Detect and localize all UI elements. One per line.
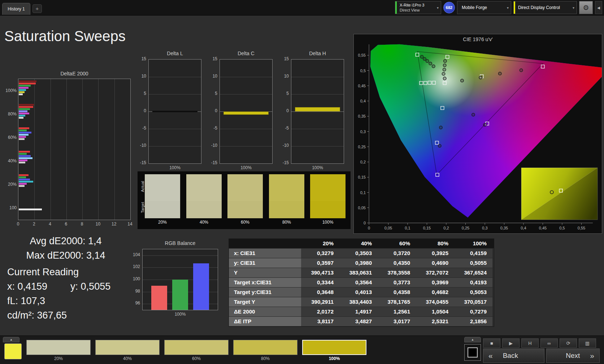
cie-measured-point bbox=[443, 77, 446, 80]
cie-measured-point bbox=[420, 55, 423, 58]
table-cell: 378,1765 bbox=[378, 297, 416, 307]
pattern-swatch-button[interactable]: 20% bbox=[26, 340, 91, 362]
pattern-swatch-button[interactable]: 100% bbox=[302, 340, 366, 362]
axis-tick-label: 98 bbox=[127, 289, 140, 294]
table-row-label: ΔE 2000 bbox=[229, 307, 301, 316]
table-cell: 0,3969 bbox=[416, 278, 454, 287]
gridline-horizontal bbox=[149, 129, 201, 129]
table-row-label: Y bbox=[229, 268, 301, 277]
axis-tick-label: 15 bbox=[204, 56, 217, 61]
axis-tick-label: -15 bbox=[204, 160, 217, 165]
gridline-horizontal bbox=[220, 94, 272, 95]
table-cell: 2,1856 bbox=[454, 317, 492, 326]
delta-h-x-label: 100% bbox=[291, 165, 344, 170]
red-bar bbox=[151, 286, 167, 310]
gridline-horizontal bbox=[149, 77, 201, 77]
hold-icon[interactable]: H bbox=[521, 338, 539, 348]
pattern-swatch-button[interactable]: 80% bbox=[233, 340, 297, 362]
bottom-bar: ▲ ▲ « Back Next » 20%40%60%80%100%■▶H∞⟳▥ bbox=[0, 336, 604, 364]
axis-tick-label: -10 bbox=[276, 143, 289, 148]
meter-dropdown[interactable]: X-Rite i1Pro 3 Direct View ▾ bbox=[395, 1, 441, 14]
swatch-color bbox=[95, 340, 160, 355]
continuous-measure-icon[interactable]: ∞ bbox=[540, 338, 558, 348]
table-cell: 0,7279 bbox=[454, 307, 492, 316]
pattern-window-button[interactable] bbox=[464, 344, 481, 361]
deltae-bar bbox=[19, 134, 29, 136]
display-control-dropdown[interactable]: Direct Display Control ▾ bbox=[513, 1, 577, 14]
swatch-label: 40% bbox=[95, 355, 160, 362]
table-header-cell: 60% bbox=[378, 239, 416, 248]
deltae-group-label: 20% bbox=[4, 182, 17, 187]
table-row: Target x:CIE310,33440,35640,37730,39690,… bbox=[229, 278, 494, 288]
deltae2000-chart: DeltaE 2000 100%80%60%40%20%100 02468101… bbox=[4, 71, 135, 228]
controls-tray-toggle[interactable]: ▲ bbox=[464, 337, 481, 342]
table-header-cell: 40% bbox=[339, 239, 378, 248]
delta-c-chart: Delta C 151050-5-10-15 100% bbox=[204, 51, 277, 171]
table-cell: 390,2911 bbox=[301, 297, 339, 307]
delta-l-chart: Delta L 151050-5-10-15 100% bbox=[133, 51, 205, 171]
cie-x-tick-label: 0,2 bbox=[443, 226, 449, 230]
gridline-horizontal bbox=[149, 146, 201, 146]
delta-c-title: Delta C bbox=[220, 51, 273, 56]
add-tab-button[interactable]: + bbox=[32, 4, 42, 13]
collapse-panel-button[interactable]: ◀ bbox=[595, 1, 602, 14]
gridline-horizontal bbox=[291, 146, 344, 146]
back-button[interactable]: « Back bbox=[483, 348, 544, 363]
saturation-swatch bbox=[227, 174, 263, 218]
next-chevron-icon: » bbox=[590, 351, 594, 360]
cie-measured-point bbox=[438, 144, 441, 147]
deltae-bar bbox=[19, 153, 27, 155]
pattern-tray-toggle[interactable]: ▲ bbox=[3, 337, 19, 342]
pattern-window-icon[interactable]: ▥ bbox=[579, 338, 596, 348]
stop-icon[interactable]: ■ bbox=[483, 338, 500, 348]
next-button[interactable]: Next » bbox=[546, 348, 600, 363]
cie-y-tick-label: 0,4 bbox=[360, 99, 366, 103]
pattern-swatch-button[interactable]: 40% bbox=[95, 340, 160, 362]
deltae-bar bbox=[19, 157, 32, 159]
axis-tick-label: -5 bbox=[276, 126, 289, 131]
tab-history-1[interactable]: History 1 bbox=[2, 3, 30, 15]
gridline-vertical bbox=[51, 79, 51, 220]
axis-tick-label: 10 bbox=[96, 222, 100, 227]
deltae-bar bbox=[19, 209, 42, 210]
table-cell: 367,6524 bbox=[454, 268, 492, 277]
table-cell: 390,4713 bbox=[301, 268, 339, 277]
table-cell: 2,0172 bbox=[301, 307, 339, 316]
gridline-vertical bbox=[66, 79, 67, 220]
display-status-indicator bbox=[514, 1, 515, 14]
swatch-color bbox=[26, 340, 91, 355]
gridline-horizontal bbox=[143, 255, 218, 256]
swatch-label: 80% bbox=[233, 355, 297, 362]
cie-x-tick-label: 0,15 bbox=[423, 226, 431, 230]
axis-tick-label: 14 bbox=[127, 222, 132, 227]
cie-x-tick-label: 0,5 bbox=[559, 226, 565, 230]
delta_l-bar bbox=[152, 111, 197, 112]
swatch-label: 60% bbox=[164, 355, 229, 362]
max-de2000: Max dE2000: 3,14 bbox=[4, 248, 128, 263]
delta-c-plot-area bbox=[220, 59, 273, 164]
table-cell: 370,0517 bbox=[454, 297, 492, 307]
axis-tick-label: 6 bbox=[65, 222, 68, 227]
axis-tick-label: 5 bbox=[133, 91, 146, 96]
table-cell: 0,3279 bbox=[301, 249, 339, 258]
cie-measured-point bbox=[520, 69, 522, 72]
refresh-icon[interactable]: ⟳ bbox=[560, 338, 577, 348]
table-cell: 372,7072 bbox=[416, 268, 454, 277]
next-label: Next bbox=[566, 352, 580, 360]
deltae-bar bbox=[19, 151, 30, 153]
table-row: x: CIE310,32790,35030,37200,39250,4159 bbox=[229, 249, 494, 258]
gridline-horizontal bbox=[291, 129, 344, 129]
table-cell: 0,4013 bbox=[339, 288, 378, 297]
measurement-count-badge[interactable]: 682 bbox=[443, 2, 455, 13]
deltae-bar bbox=[19, 83, 36, 84]
pattern-swatch-button[interactable]: 60% bbox=[164, 340, 229, 362]
deltae-group-label: 100 bbox=[4, 205, 17, 210]
play-icon[interactable]: ▶ bbox=[502, 338, 520, 348]
axis-tick-label: 5 bbox=[276, 91, 289, 96]
pattern-color-button[interactable] bbox=[4, 343, 22, 359]
settings-button[interactable]: ⚙ bbox=[579, 1, 593, 14]
deltae-group-label: 60% bbox=[4, 135, 17, 140]
source-dropdown[interactable]: Mobile Forge ▾ bbox=[457, 1, 511, 14]
axis-tick-label: -10 bbox=[133, 143, 146, 148]
deltae-bar bbox=[19, 183, 27, 185]
